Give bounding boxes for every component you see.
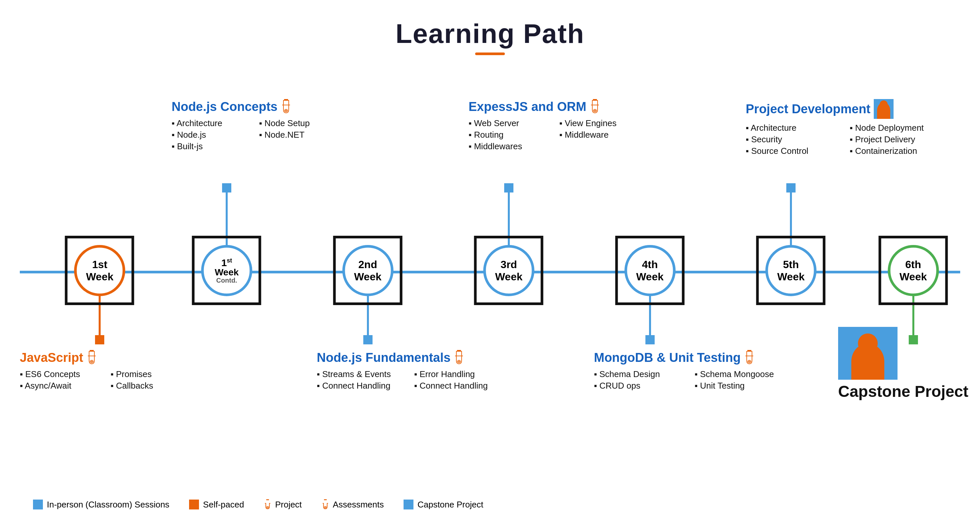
capstone-title: Capstone Project — [838, 383, 970, 400]
week1-circle: 1st Week — [74, 245, 126, 296]
svg-point-11 — [457, 360, 461, 363]
week1c-node: 1st Week Contd. — [201, 245, 253, 296]
flask-icon-js — [86, 350, 97, 365]
square-w4-down — [646, 335, 655, 344]
topic-nodejs-fundamentals: Node.js Fundamentals Streams & Events Er… — [317, 350, 501, 391]
square-w1-down — [95, 335, 104, 344]
topic-project-dev: Project Development Architecture Node De… — [746, 99, 944, 156]
legend-flask-icon-2 — [322, 499, 329, 510]
svg-rect-7 — [89, 351, 94, 356]
week1c-circle: 1st Week Contd. — [201, 245, 253, 296]
week2-node: 2nd Week — [342, 245, 393, 296]
svg-rect-13 — [747, 351, 752, 356]
project-dev-icon — [874, 99, 894, 119]
svg-rect-10 — [457, 351, 461, 356]
topic-javascript: JavaScript ES6 Concepts Promises Async/A… — [20, 350, 191, 391]
svg-point-5 — [593, 109, 597, 112]
javascript-title: JavaScript — [20, 350, 191, 365]
nodejs-concepts-content: Architecture Node Setup Node.js Node.NET… — [172, 118, 337, 151]
svg-rect-1 — [283, 100, 289, 105]
page-container: Learning Path Node.js Concepts Architect… — [0, 0, 980, 523]
legend-self-icon — [189, 499, 199, 509]
square-w5-up — [786, 183, 795, 193]
project-dev-content: Architecture Node Deployment Security Pr… — [746, 123, 944, 156]
diagram-area: Node.js Concepts Architecture Node Setup… — [20, 53, 960, 483]
legend-capstone-icon — [404, 499, 414, 509]
week6-node: 6th Week — [888, 245, 939, 296]
flask-icon — [281, 99, 291, 114]
legend: In-person (Classroom) Sessions Self-pace… — [33, 499, 947, 510]
week1-node: 1st Week — [74, 245, 126, 296]
nodejs-fundamentals-content: Streams & Events Error Handling Connect … — [317, 369, 501, 391]
nodejs-concepts-title: Node.js Concepts — [172, 99, 337, 114]
week6-circle: 6th Week — [888, 245, 939, 296]
legend-assessment: Assessments — [322, 499, 384, 510]
svg-rect-4 — [592, 100, 598, 105]
mongodb-content: Schema Design Schema Mongoose CRUD ops U… — [594, 369, 785, 391]
week2-circle: 2nd Week — [342, 245, 393, 296]
svg-point-14 — [748, 360, 751, 363]
square-w3-up — [504, 183, 514, 193]
svg-rect-17 — [324, 499, 326, 500]
capstone-image — [838, 327, 897, 380]
legend-self: Self-paced — [189, 499, 244, 510]
topic-expressjs: ExpessJS and ORM Web Server View Engines… — [469, 99, 640, 151]
svg-point-2 — [284, 109, 288, 112]
nodejs-fundamentals-title: Node.js Fundamentals — [317, 350, 501, 365]
mongodb-title: MongoDB & Unit Testing — [594, 350, 785, 365]
svg-rect-15 — [266, 499, 269, 500]
legend-capstone: Capstone Project — [404, 499, 483, 510]
title-section: Learning Path — [0, 0, 980, 55]
project-dev-title: Project Development — [746, 99, 944, 119]
legend-core: In-person (Classroom) Sessions — [33, 499, 169, 510]
square-w1c-up — [222, 183, 231, 193]
svg-point-8 — [90, 360, 94, 363]
javascript-content: ES6 Concepts Promises Async/Await Callba… — [20, 369, 191, 391]
week3-circle: 3rd Week — [484, 245, 535, 296]
week5-circle: 5th Week — [765, 245, 817, 296]
expressjs-content: Web Server View Engines Routing Middlewa… — [469, 118, 640, 151]
svg-point-16 — [266, 506, 269, 509]
week5-node: 5th Week — [765, 245, 817, 296]
svg-point-18 — [324, 506, 326, 509]
topic-nodejs-concepts: Node.js Concepts Architecture Node Setup… — [172, 99, 337, 151]
flask-icon-2 — [590, 99, 600, 114]
flask-icon-mongo — [744, 350, 755, 365]
legend-project: Project — [264, 499, 302, 510]
week4-circle: 4th Week — [624, 245, 675, 296]
page-title: Learning Path — [0, 18, 980, 49]
week4-node: 4th Week — [624, 245, 675, 296]
legend-flask-icon — [264, 499, 271, 510]
legend-core-icon — [33, 499, 43, 509]
topic-mongodb: MongoDB & Unit Testing Schema Design Sch… — [594, 350, 785, 391]
topic-capstone: Capstone Project — [838, 327, 970, 400]
week3-node: 3rd Week — [484, 245, 535, 296]
flask-icon-nf — [454, 350, 464, 365]
expressjs-title: ExpessJS and ORM — [469, 99, 640, 114]
square-w2-down — [363, 335, 372, 344]
